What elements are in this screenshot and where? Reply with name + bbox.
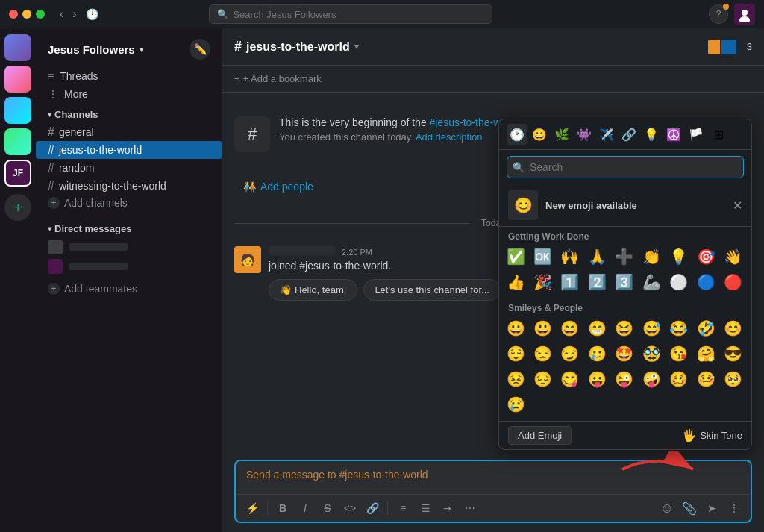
emoji-red-circle[interactable]: 🔴: [721, 270, 745, 294]
emoji-kissing[interactable]: 😘: [667, 342, 691, 366]
emoji-unamused[interactable]: 😒: [530, 342, 554, 366]
emoji-notif-close[interactable]: ✕: [733, 198, 742, 213]
back-button[interactable]: ‹: [57, 6, 66, 22]
emoji-starstruck[interactable]: 🤩: [613, 342, 636, 366]
emoji-holding-back[interactable]: 🥲: [585, 342, 609, 366]
emoji-sweat-smile[interactable]: 😅: [639, 316, 663, 340]
emoji-persevere[interactable]: 😣: [504, 367, 527, 391]
code-button[interactable]: <>: [339, 498, 360, 519]
workspace-icon-2[interactable]: [4, 66, 31, 93]
add-workspace-button[interactable]: +: [4, 194, 31, 221]
ordered-list-button[interactable]: ≡: [392, 498, 413, 519]
emoji-search-input[interactable]: [507, 156, 744, 178]
chip-use-channel[interactable]: Let's use this channel for...: [363, 279, 501, 301]
emoji-yum[interactable]: 😋: [558, 367, 582, 391]
emoji-party[interactable]: 🎉: [530, 270, 554, 294]
emoji-laughing[interactable]: 😆: [613, 316, 636, 340]
add-description-link[interactable]: Add description: [416, 131, 483, 143]
emoji-sick[interactable]: 🤒: [694, 367, 718, 391]
emoji-wave[interactable]: 👋: [721, 245, 745, 269]
emoji-picker-button[interactable]: ☺: [657, 498, 677, 519]
emoji-two[interactable]: 2️⃣: [585, 270, 609, 294]
emoji-winking[interactable]: 😜: [613, 367, 636, 391]
emoji-relieved[interactable]: 😌: [504, 342, 527, 366]
more-options-button[interactable]: ⋮: [724, 498, 745, 519]
workspace-icon-3[interactable]: [4, 97, 31, 124]
emoji-thumbsup[interactable]: 👍: [504, 270, 527, 294]
help-button[interactable]: ?: [709, 4, 728, 24]
emoji-clap[interactable]: 👏: [639, 245, 663, 269]
emoji-crying[interactable]: 😢: [504, 392, 527, 416]
emoji-pray[interactable]: 🙏: [585, 245, 609, 269]
emoji-cat-smileys[interactable]: 😀: [529, 124, 550, 145]
emoji-cat-symbols[interactable]: 💡: [641, 124, 662, 145]
channel-item-general[interactable]: # general: [36, 123, 222, 141]
bold-button[interactable]: B: [272, 498, 293, 519]
skin-tone-button[interactable]: 🖐 Skin Tone: [682, 428, 742, 442]
emoji-three[interactable]: 3️⃣: [613, 270, 636, 294]
dm-item-1[interactable]: [36, 237, 222, 257]
emoji-cat-flags[interactable]: ☮️: [663, 124, 684, 145]
emoji-woozy[interactable]: 🥴: [667, 367, 691, 391]
emoji-sunglasses[interactable]: 😎: [721, 342, 745, 366]
sidebar-item-more[interactable]: ⋮ More: [42, 85, 216, 103]
maximize-button[interactable]: [36, 10, 45, 19]
sidebar-item-threads[interactable]: ≡ Threads: [42, 67, 216, 85]
emoji-smirk[interactable]: 😏: [558, 342, 582, 366]
emoji-cat-nature[interactable]: 🌿: [551, 124, 572, 145]
close-button[interactable]: [9, 10, 18, 19]
global-search-input[interactable]: [233, 9, 484, 20]
emoji-white-circle[interactable]: ⚪: [667, 270, 691, 294]
emoji-ok[interactable]: 🆗: [530, 245, 554, 269]
add-bookmark-button[interactable]: + + Add a bookmark: [234, 73, 322, 84]
emoji-big-smile[interactable]: 😄: [558, 316, 582, 340]
italic-button[interactable]: I: [295, 498, 316, 519]
attach-button[interactable]: 📎: [679, 498, 700, 519]
bolt-button[interactable]: ⚡: [242, 498, 263, 519]
emoji-pleading[interactable]: 🥺: [721, 367, 745, 391]
emoji-cat-activities[interactable]: 👾: [574, 124, 595, 145]
send-button[interactable]: ➤: [701, 498, 722, 519]
emoji-cat-flags2[interactable]: 🏳️: [686, 124, 707, 145]
workspace-name[interactable]: Jesus Followers ▾: [48, 43, 143, 56]
emoji-cat-travel[interactable]: ✈️: [596, 124, 617, 145]
indent-button[interactable]: ⇥: [437, 498, 458, 519]
channels-section-header[interactable]: ▾ Channels: [36, 103, 222, 123]
workspace-icon-jf[interactable]: JF: [4, 160, 31, 187]
channel-title[interactable]: # jesus-to-the-world ▾: [234, 39, 359, 54]
emoji-cat-objects[interactable]: 🔗: [619, 124, 639, 145]
workspace-icon-4[interactable]: [4, 128, 31, 155]
compose-button[interactable]: ✏️: [190, 39, 210, 60]
emoji-grin[interactable]: 😃: [530, 316, 554, 340]
unordered-list-button[interactable]: ☰: [415, 498, 436, 519]
emoji-hugging[interactable]: 🤗: [694, 342, 718, 366]
channel-item-random[interactable]: # random: [36, 159, 222, 177]
emoji-hands-up[interactable]: 🙌: [558, 245, 582, 269]
emoji-disguise[interactable]: 🥸: [639, 342, 663, 366]
channel-item-witnessing[interactable]: # witnessing-to-the-world: [36, 177, 222, 195]
add-channels-button[interactable]: + Add channels: [36, 195, 222, 211]
emoji-rofl[interactable]: 🤣: [694, 316, 718, 340]
add-teammates-button[interactable]: + Add teammates: [36, 281, 222, 297]
add-emoji-button[interactable]: Add Emoji: [508, 426, 572, 445]
emoji-stuck-out[interactable]: 😛: [585, 367, 609, 391]
global-search-bar[interactable]: 🔍: [209, 4, 492, 24]
emoji-zany[interactable]: 🤪: [639, 367, 663, 391]
strikethrough-button[interactable]: S: [317, 498, 338, 519]
forward-button[interactable]: ›: [69, 6, 79, 22]
channel-item-jesus-to-the-world[interactable]: # jesus-to-the-world: [36, 141, 222, 159]
chip-hello[interactable]: 👋 Hello, team!: [269, 279, 357, 301]
emoji-blue-circle[interactable]: 🔵: [694, 270, 718, 294]
history-button[interactable]: 🕐: [86, 8, 98, 20]
workspace-icon-1[interactable]: [4, 34, 31, 61]
emoji-grinning[interactable]: 😀: [504, 316, 527, 340]
message-input-placeholder[interactable]: Send a message to #jesus-to-the-world: [236, 461, 751, 494]
emoji-plus[interactable]: ➕: [613, 245, 636, 269]
emoji-check[interactable]: ✅: [504, 245, 527, 269]
emoji-pensive[interactable]: 😔: [530, 367, 554, 391]
emoji-target[interactable]: 🎯: [694, 245, 718, 269]
user-avatar[interactable]: [734, 4, 755, 25]
emoji-joy[interactable]: 😂: [667, 316, 691, 340]
emoji-cat-recent[interactable]: 🕐: [507, 124, 527, 145]
minimize-button[interactable]: [22, 10, 31, 19]
